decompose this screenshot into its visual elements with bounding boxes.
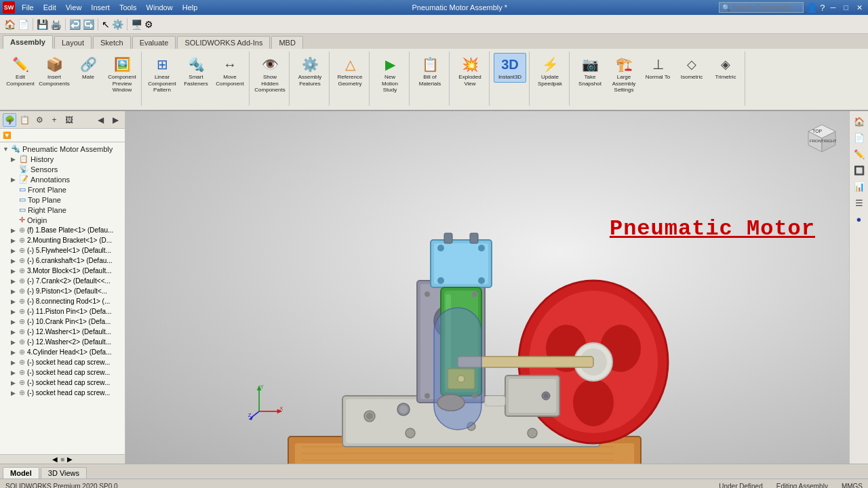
feature-manager-tab[interactable]: 🌳 — [3, 113, 16, 127]
mate-button[interactable]: 🔗 Mate — [72, 53, 104, 83]
menu-help[interactable]: Help — [180, 3, 201, 12]
menu-file[interactable]: File — [19, 3, 37, 12]
new-icon[interactable]: 📄 — [18, 19, 29, 30]
help-icon[interactable]: ? — [820, 3, 825, 13]
maximize-button[interactable]: □ — [841, 3, 851, 12]
feature-tree[interactable]: ▼ 🔩 Pneumatic Motor Assembly ▶ 📋 History… — [0, 142, 125, 454]
tree-socket-screw3[interactable]: ▶ ⊕ (-) socket head cap screw... — [0, 378, 125, 388]
home-icon[interactable]: 🏠 — [4, 19, 16, 30]
print-icon[interactable]: 🖨️ — [50, 19, 62, 30]
tree-washer2[interactable]: ▶ ⊕ (-) 12.Washer<2> (Default... — [0, 337, 125, 347]
property-manager-tab[interactable]: 📋 — [18, 113, 31, 127]
update-speedpak-button[interactable]: ⚡ Update Speedpak — [534, 53, 566, 89]
tree-root[interactable]: ▼ 🔩 Pneumatic Motor Assembly — [0, 144, 125, 154]
tab-evaluate[interactable]: Evaluate — [132, 36, 176, 49]
tree-scroll-controls[interactable]: ◀ ■ ▶ — [0, 454, 125, 464]
tree-right-plane[interactable]: ▭ Right Plane — [0, 205, 125, 215]
tree-origin[interactable]: ✛ Origin — [0, 215, 125, 225]
edit-component-button[interactable]: ✏️ Edit Component — [4, 53, 37, 89]
insert-components-button[interactable]: 📦 Insert Components — [38, 53, 71, 89]
options-icon[interactable]: ⚙️ — [112, 19, 123, 30]
tab-addins[interactable]: SOLIDWORKS Add-Ins — [177, 36, 270, 49]
right-tool-list[interactable]: ☰ — [852, 195, 867, 210]
take-snapshot-button[interactable]: 📷 Take Snapshot — [574, 53, 606, 89]
viewport[interactable]: Pneumatic Motor — [125, 111, 849, 464]
tab-3dviews[interactable]: 3D Views — [41, 467, 87, 479]
tree-front-plane[interactable]: ▭ Front Plane — [0, 184, 125, 195]
panel-toolbar: 🌳 📋 ⚙ + 🖼 ◀ ▶ — [0, 111, 125, 129]
menu-insert[interactable]: Insert — [88, 3, 113, 12]
tab-model[interactable]: Model — [3, 467, 39, 479]
tab-mbd[interactable]: MBD — [271, 36, 302, 49]
undo-icon[interactable]: ↩️ — [69, 19, 81, 30]
tree-cylinder-head[interactable]: ▶ ⊕ 4.Cylinder Head<1> (Defa... — [0, 347, 125, 357]
right-tool-home[interactable]: 🏠 — [852, 114, 867, 129]
tab-layout[interactable]: Layout — [54, 36, 92, 49]
right-tool-chart[interactable]: 📊 — [852, 179, 867, 194]
tree-crank-pin[interactable]: ▶ ⊕ (-) 10.Crank Pin<1> (Defa... — [0, 317, 125, 327]
cursor-icon[interactable]: ↖ — [102, 19, 110, 30]
trimetric-button[interactable]: ◈ Trimetric — [709, 53, 742, 83]
tree-annotations[interactable]: ▶ 📝 Annotations — [0, 174, 125, 184]
scroll-right[interactable]: ▶ — [67, 455, 73, 463]
large-assembly-button[interactable]: 🏗️ Large Assembly Settings — [608, 53, 640, 96]
tab-sketch[interactable]: Sketch — [93, 36, 131, 49]
dim-expert-tab[interactable]: + — [47, 113, 61, 127]
right-tool-doc[interactable]: 📄 — [852, 130, 867, 145]
panel-nav-right[interactable]: ▶ — [108, 113, 122, 127]
move-component-button[interactable]: ↔️ Move Component — [214, 53, 246, 89]
tree-socket-screw4[interactable]: ▶ ⊕ (-) socket head cap screw... — [0, 388, 125, 398]
tree-flywheel[interactable]: ▶ ⊕ (-) 5.Flywheel<1> (Default... — [0, 245, 125, 256]
isometric-button[interactable]: ◇ Isometric — [675, 53, 708, 83]
bill-of-materials-button[interactable]: 📋 Bill of Materials — [414, 53, 446, 89]
normal-to-button[interactable]: ⊥ Normal To — [642, 53, 674, 83]
tree-connecting-rod[interactable]: ▶ ⊕ (-) 8.connecting Rod<1> (... — [0, 296, 125, 306]
expand-root[interactable]: ▼ — [3, 146, 11, 152]
instant3d-button[interactable]: 3D Instant3D — [494, 53, 526, 83]
menu-tools[interactable]: Tools — [117, 3, 140, 12]
tab-assembly[interactable]: Assembly — [3, 35, 53, 49]
tree-washer1[interactable]: ▶ ⊕ (-) 12.Washer<1> (Default... — [0, 327, 125, 337]
new-motion-study-button[interactable]: ▶ New Motion Study — [374, 53, 406, 96]
show-hidden-button[interactable]: 👁️ Show Hidden Components — [254, 53, 286, 96]
menu-window[interactable]: Window — [144, 3, 176, 12]
tree-history[interactable]: ▶ 📋 History — [0, 154, 125, 164]
close-button[interactable]: ✕ — [854, 3, 865, 12]
search-input[interactable] — [732, 4, 800, 12]
search-box[interactable]: 🔍 — [719, 2, 804, 13]
tree-top-plane[interactable]: ▭ Top Plane — [0, 195, 125, 205]
right-tool-edit[interactable]: ✏️ — [852, 146, 867, 161]
save-icon[interactable]: 💾 — [37, 19, 48, 30]
panel-nav-left[interactable]: ◀ — [94, 113, 107, 127]
tree-sensors[interactable]: 📡 Sensors — [0, 164, 125, 174]
exploded-view-button[interactable]: 💥 Exploded View — [454, 53, 486, 89]
right-tool-box[interactable]: 🔲 — [852, 163, 867, 178]
redo-icon[interactable]: ↪️ — [83, 19, 94, 30]
reference-geometry-button[interactable]: △ Reference Geometry — [334, 53, 366, 89]
tree-base-plate[interactable]: ▶ ⊕ (f) 1.Base Plate<1> (Defau... — [0, 225, 125, 235]
linear-pattern-button[interactable]: ⊞ Linear Component Pattern — [146, 53, 178, 96]
tree-motor-block[interactable]: ▶ ⊕ 3.Motor Block<1> (Default... — [0, 266, 125, 276]
tree-socket-screw1[interactable]: ▶ ⊕ (-) socket head cap screw... — [0, 357, 125, 367]
menu-edit[interactable]: Edit — [41, 3, 59, 12]
display-manager-tab[interactable]: 🖼 — [62, 113, 76, 127]
tree-mounting-bracket[interactable]: ▶ ⊕ 2.Mounting Bracket<1> (D... — [0, 235, 125, 245]
tree-socket-screw2[interactable]: ▶ ⊕ (-) socket head cap screw... — [0, 367, 125, 378]
menu-view[interactable]: View — [63, 3, 85, 12]
svg-rect-58 — [485, 396, 505, 406]
right-tool-circle[interactable]: ● — [852, 211, 867, 226]
view-cube[interactable]: TOP FRONT RIGHT — [802, 118, 842, 159]
scroll-left[interactable]: ◀ — [52, 455, 58, 463]
tree-crankshaft[interactable]: ▶ ⊕ (-) 6.crankshaft<1> (Defau... — [0, 256, 125, 266]
settings-icon[interactable]: ⚙ — [144, 19, 153, 30]
smart-fasteners-button[interactable]: 🔩 Smart Fasteners — [180, 53, 212, 89]
tree-piston-pin[interactable]: ▶ ⊕ (-) 11.Piston Pin<1> (Defa... — [0, 306, 125, 317]
tree-crank[interactable]: ▶ ⊕ (-) 7.Crank<2> (Default<<... — [0, 276, 125, 286]
minimize-button[interactable]: ─ — [828, 3, 839, 12]
config-manager-tab[interactable]: ⚙ — [33, 113, 46, 127]
assembly-features-button[interactable]: ⚙️ Assembly Features — [294, 53, 326, 89]
user-icon[interactable]: 👤 — [806, 3, 817, 13]
component-preview-button[interactable]: 🖼️ Component Preview Window — [106, 53, 138, 96]
tree-piston[interactable]: ▶ ⊕ (-) 9.Piston<1> (Default<... — [0, 286, 125, 296]
display-icon[interactable]: 🖥️ — [131, 19, 142, 30]
